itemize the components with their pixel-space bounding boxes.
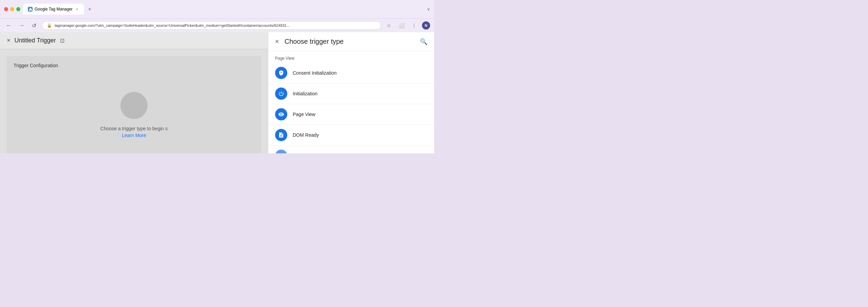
svg-marker-0 (28, 7, 33, 11)
trigger-config-label: Trigger Configuration (14, 63, 254, 68)
gtm-tab-icon (28, 7, 33, 12)
trigger-item-partial[interactable] (268, 146, 434, 153)
trigger-config-box: Trigger Configuration Choose a trigger t… (7, 56, 261, 153)
main-content: × Untitled Trigger ⊡ Trigger Configurati… (0, 32, 434, 153)
page-view-icon (275, 108, 287, 120)
left-close-button[interactable]: × (7, 37, 11, 44)
svg-point-2 (132, 103, 136, 108)
traffic-lights (4, 7, 20, 11)
tab-bar: Google Tag Manager × + (23, 4, 424, 15)
extensions-button[interactable]: ⬜ (397, 21, 406, 30)
user-avatar[interactable]: N (422, 21, 430, 30)
expand-button[interactable]: ∨ (427, 7, 430, 12)
right-panel-header: × Choose trigger type 🔍 (268, 32, 434, 51)
close-traffic-light[interactable] (4, 7, 8, 11)
trigger-item-page-view[interactable]: Page View (268, 104, 434, 125)
consent-initialization-label: Consent Initialization (293, 70, 336, 76)
consent-init-icon (275, 67, 287, 79)
search-button[interactable]: 🔍 (420, 38, 427, 45)
browser-chrome: Google Tag Manager × + ∨ (0, 0, 434, 19)
navigation-bar: ← → ↺ 🔒 tagmanager.google.com/?utm_campa… (0, 19, 434, 32)
learn-more-link[interactable]: Learn More (122, 133, 146, 138)
trigger-item-consent-initialization[interactable]: Consent Initialization (268, 63, 434, 83)
minimize-traffic-light[interactable] (10, 7, 14, 11)
trigger-item-initialization[interactable]: Initialization (268, 83, 434, 104)
trigger-list: Page View Consent Initialization Initial… (268, 51, 434, 153)
left-panel-header: × Untitled Trigger ⊡ (0, 32, 268, 49)
empty-state: Choose a trigger type to begin s Learn M… (14, 82, 254, 148)
maximize-traffic-light[interactable] (16, 7, 20, 11)
empty-state-text: Choose a trigger type to begin s (100, 126, 168, 131)
new-tab-button[interactable]: + (85, 5, 94, 14)
partial-icon (275, 150, 287, 153)
bookmark-button[interactable]: ☆ (385, 21, 393, 30)
address-bar[interactable]: 🔒 tagmanager.google.com/?utm_campaign=Su… (42, 21, 381, 30)
right-panel-title: Choose trigger type (285, 38, 420, 45)
left-panel-body: Trigger Configuration Choose a trigger t… (0, 49, 268, 153)
empty-state-icon (120, 92, 148, 119)
right-close-button[interactable]: × (275, 38, 279, 45)
reload-button[interactable]: ↺ (30, 21, 38, 30)
active-tab[interactable]: Google Tag Manager × (23, 4, 84, 15)
tab-title: Google Tag Manager (35, 7, 73, 12)
dom-ready-label: DOM Ready (293, 132, 319, 138)
initialization-icon (275, 88, 287, 100)
section-page-view-label: Page View (268, 51, 434, 63)
dom-ready-icon (275, 129, 287, 141)
security-icon: 🔒 (47, 23, 52, 28)
left-panel: × Untitled Trigger ⊡ Trigger Configurati… (0, 32, 268, 153)
trigger-item-dom-ready[interactable]: DOM Ready (268, 125, 434, 146)
forward-button[interactable]: → (17, 21, 26, 30)
url-text: tagmanager.google.com/?utm_campaign=Suit… (55, 23, 376, 27)
left-panel-title: Untitled Trigger (15, 37, 56, 44)
right-panel: × Choose trigger type 🔍 Page View Consen… (268, 32, 434, 153)
initialization-label: Initialization (293, 91, 317, 96)
tab-close-button[interactable]: × (75, 7, 79, 12)
menu-button[interactable]: ⋮ (410, 21, 419, 30)
back-button[interactable]: ← (4, 21, 14, 30)
page-view-label: Page View (293, 112, 315, 117)
folder-icon[interactable]: ⊡ (60, 37, 64, 44)
